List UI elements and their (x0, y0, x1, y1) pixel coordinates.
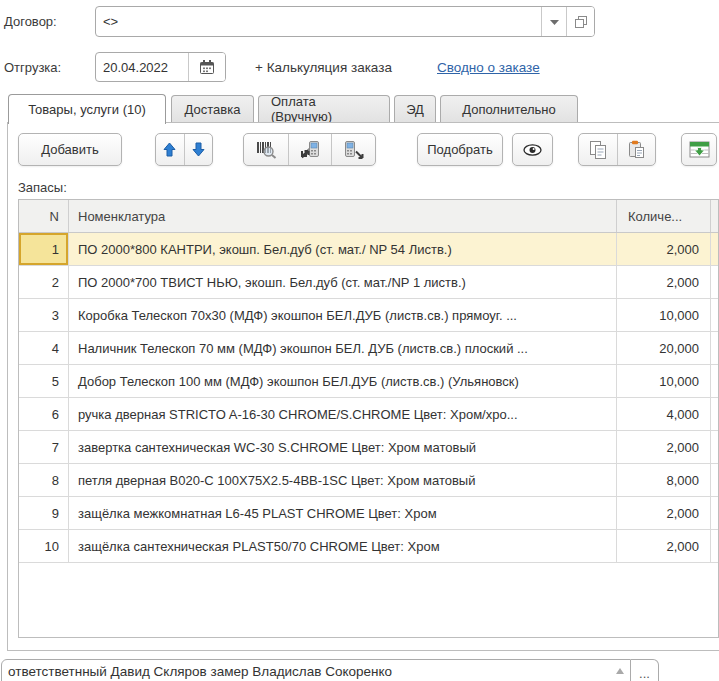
eye-icon (523, 144, 542, 156)
row-sliver-cell (710, 266, 718, 298)
comment-text: ответстветнный Давид Скляров замер Влади… (8, 664, 392, 679)
row-quantity-cell[interactable]: 2,000 (616, 233, 710, 265)
header-quantity[interactable]: Количе... (616, 200, 710, 232)
contract-dropdown-button[interactable] (541, 7, 566, 36)
barcode-search-icon (255, 140, 277, 159)
row-number-cell[interactable]: 9 (19, 497, 68, 529)
stock-section-label: Запасы: (18, 180, 67, 195)
table-row[interactable]: 7 завертка сантехническая WC-30 S.CHROME… (19, 431, 718, 464)
row-sliver-cell (710, 464, 718, 496)
contract-open-button[interactable] (566, 7, 594, 36)
order-calculation-text[interactable]: + Калькуляция заказа (255, 60, 392, 75)
row-number-cell[interactable]: 3 (19, 299, 68, 331)
table-row[interactable]: 5 Добор Телескоп 100 мм (МДФ) экошпон БЕ… (19, 365, 718, 398)
arrow-up-icon (163, 142, 176, 157)
header-number[interactable]: N (19, 200, 68, 232)
row-nomenclature-cell[interactable]: защёлка межкомнатная L6-45 PLAST CHROME … (68, 497, 616, 529)
tab-delivery[interactable]: Доставка (171, 95, 254, 122)
row-quantity-cell[interactable]: 4,000 (616, 398, 710, 430)
row-sliver-cell (710, 530, 718, 562)
comment-textarea[interactable]: ответстветнный Давид Скляров замер Влади… (1, 659, 631, 681)
move-buttons-group (155, 133, 213, 166)
row-number-cell[interactable]: 2 (19, 266, 68, 298)
row-sliver-cell (710, 431, 718, 463)
form-settings-button[interactable] (681, 133, 717, 166)
row-quantity-cell[interactable]: 20,000 (616, 332, 710, 364)
table-collapse-icon (689, 141, 710, 158)
row-nomenclature-cell[interactable]: Наличник Телескоп 70 мм (МДФ) экошпон БЕ… (68, 332, 616, 364)
table-header-row[interactable]: N Номенклатура Количе... (19, 200, 718, 233)
move-down-button[interactable] (184, 134, 212, 165)
row-nomenclature-cell[interactable]: ручка дверная STRICTO A-16-30 CHROME/S.C… (68, 398, 616, 430)
table-row[interactable]: 3 Коробка Телескоп 70х30 (МДФ) экошпон Б… (19, 299, 718, 332)
terminal-unload-button[interactable] (331, 134, 375, 165)
row-nomenclature-cell[interactable]: петля дверная B020-C 100X75X2.5-4BB-1SC … (68, 464, 616, 496)
barcode-buttons-group (243, 133, 376, 166)
paste-icon (627, 140, 645, 159)
row-sliver-cell (710, 233, 718, 265)
shipment-date-field[interactable]: 20.04.2022 (95, 52, 226, 82)
row-number-cell[interactable]: 7 (19, 431, 68, 463)
contract-combobox[interactable]: <> (95, 6, 595, 37)
table-row[interactable]: 9 защёлка межкомнатная L6-45 PLAST CHROM… (19, 497, 718, 530)
row-quantity-cell[interactable]: 2,000 (616, 431, 710, 463)
spin-up-icon[interactable] (616, 668, 624, 674)
table-row[interactable]: 2 ПО 2000*700 ТВИСТ НЬЮ, экошп. Бел.дуб … (19, 266, 718, 299)
scan-barcode-button[interactable] (244, 134, 288, 165)
calendar-icon (199, 59, 215, 75)
row-number-cell[interactable]: 1 (19, 233, 68, 265)
row-number-cell[interactable]: 4 (19, 332, 68, 364)
row-nomenclature-cell[interactable]: защёлка сантехническая PLAST50/70 CHROME… (68, 530, 616, 562)
row-sliver-cell (710, 332, 718, 364)
tab-goods-services[interactable]: Товары, услуги (10) (8, 94, 166, 124)
row-quantity-cell[interactable]: 2,000 (616, 530, 710, 562)
row-number-cell[interactable]: 5 (19, 365, 68, 397)
comment-more-button[interactable]: ... (631, 659, 659, 681)
header-nomenclature[interactable]: Номенклатура (68, 200, 616, 232)
shipment-date-value[interactable]: 20.04.2022 (96, 53, 188, 81)
pick-button[interactable]: Подобрать (417, 133, 503, 166)
paste-button[interactable] (617, 134, 655, 165)
row-quantity-cell[interactable]: 10,000 (616, 299, 710, 331)
copy-button[interactable] (579, 134, 617, 165)
row-quantity-cell[interactable]: 10,000 (616, 365, 710, 397)
items-table[interactable]: N Номенклатура Количе... 1 ПО 2000*800 К… (18, 199, 719, 638)
move-up-button[interactable] (156, 134, 184, 165)
tab-payment[interactable]: Оплата (Вручную) (258, 95, 390, 122)
table-row[interactable]: 10 защёлка сантехническая PLAST50/70 CHR… (19, 530, 718, 563)
row-nomenclature-cell[interactable]: ПО 2000*800 КАНТРИ, экошп. Бел.дуб (ст. … (68, 233, 616, 265)
table-body: 1 ПО 2000*800 КАНТРИ, экошп. Бел.дуб (ст… (19, 233, 718, 563)
row-number-cell[interactable]: 10 (19, 530, 68, 562)
tab-additional[interactable]: Дополнительно (440, 95, 578, 122)
arrow-down-icon (192, 142, 205, 157)
row-sliver-cell (710, 365, 718, 397)
view-button[interactable] (512, 133, 553, 166)
header-sliver (710, 200, 718, 232)
row-quantity-cell[interactable]: 2,000 (616, 266, 710, 298)
clipboard-buttons-group (578, 133, 656, 166)
table-row[interactable]: 1 ПО 2000*800 КАНТРИ, экошп. Бел.дуб (ст… (19, 233, 718, 266)
contract-value[interactable]: <> (96, 7, 541, 36)
tab-ed[interactable]: ЭД (394, 95, 436, 122)
row-sliver-cell (710, 497, 718, 529)
row-number-cell[interactable]: 6 (19, 398, 68, 430)
row-quantity-cell[interactable]: 2,000 (616, 497, 710, 529)
calendar-button[interactable] (188, 53, 225, 81)
row-nomenclature-cell[interactable]: завертка сантехническая WC-30 S.CHROME Ц… (68, 431, 616, 463)
row-nomenclature-cell[interactable]: ПО 2000*700 ТВИСТ НЬЮ, экошп. Бел.дуб (с… (68, 266, 616, 298)
row-quantity-cell[interactable]: 8,000 (616, 464, 710, 496)
table-row[interactable]: 4 Наличник Телескоп 70 мм (МДФ) экошпон … (19, 332, 718, 365)
open-icon (574, 15, 588, 29)
contract-label: Договор: (4, 14, 57, 29)
copy-icon (589, 140, 607, 159)
terminal-load-button[interactable] (288, 134, 332, 165)
row-nomenclature-cell[interactable]: Коробка Телескоп 70х30 (МДФ) экошпон БЕЛ… (68, 299, 616, 331)
terminal-in-icon (300, 140, 320, 159)
order-summary-link[interactable]: Сводно о заказе (437, 60, 540, 75)
row-nomenclature-cell[interactable]: Добор Телескоп 100 мм (МДФ) экошпон БЕЛ.… (68, 365, 616, 397)
shipment-label: Отгрузка: (4, 60, 61, 75)
row-number-cell[interactable]: 8 (19, 464, 68, 496)
add-button[interactable]: Добавить (18, 133, 122, 166)
table-row[interactable]: 8 петля дверная B020-C 100X75X2.5-4BB-1S… (19, 464, 718, 497)
table-row[interactable]: 6 ручка дверная STRICTO A-16-30 CHROME/S… (19, 398, 718, 431)
